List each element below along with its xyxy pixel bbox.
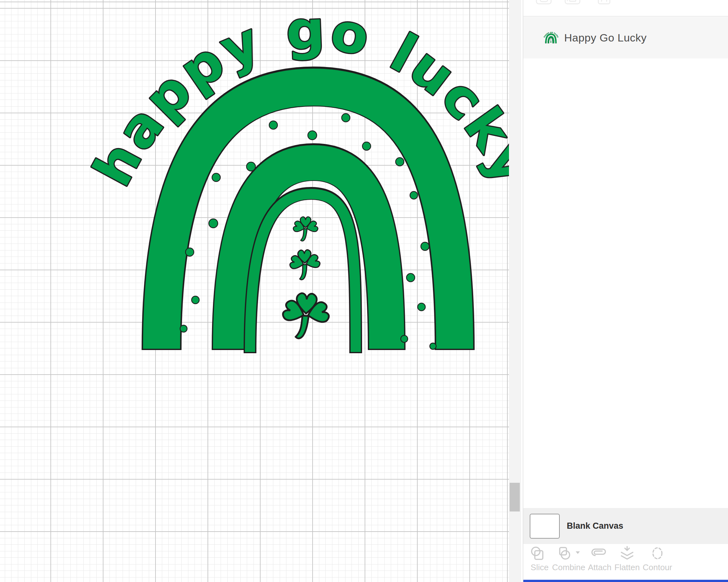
blank-canvas-label: Blank Canvas — [567, 521, 623, 531]
blank-canvas-swatch[interactable] — [530, 514, 560, 538]
rainbow-dot[interactable] — [396, 158, 404, 166]
layers-panel-header — [523, 0, 728, 13]
shamrock[interactable] — [280, 292, 331, 340]
slice-button[interactable]: Slice — [524, 546, 555, 573]
rainbow-dot[interactable] — [185, 248, 194, 256]
slice-icon — [529, 546, 550, 561]
rainbow-dot[interactable] — [401, 335, 408, 342]
design-canvas-grid[interactable]: happy go lucky — [0, 0, 509, 582]
trash-icon[interactable] — [598, 0, 610, 4]
vertical-scrollbar-track[interactable] — [509, 0, 521, 582]
shamrock[interactable] — [292, 217, 318, 241]
layers-toolbar: Slice Combine Attach — [523, 544, 728, 580]
cricut-design-space-window: happy go lucky — [0, 0, 728, 582]
rainbow-dot[interactable] — [410, 191, 418, 199]
rainbow-dot[interactable] — [430, 343, 436, 350]
rainbow-dot[interactable] — [308, 131, 317, 140]
combine-button[interactable]: Combine — [553, 546, 584, 573]
combine-icon — [555, 546, 583, 561]
layer-label: Happy Go Lucky — [564, 32, 647, 44]
rainbow-dot[interactable] — [246, 162, 255, 171]
shamrocks[interactable] — [280, 217, 331, 340]
attach-label: Attach — [588, 562, 612, 573]
rainbow-dot[interactable] — [342, 114, 350, 122]
canvas-artwork-svg: happy go lucky — [0, 0, 509, 582]
rainbow-dot[interactable] — [407, 273, 415, 282]
rainbow-dot[interactable] — [209, 219, 218, 228]
rainbow-dot[interactable] — [191, 296, 199, 304]
chevron-down-icon — [576, 551, 580, 554]
contour-button[interactable]: Contour — [642, 546, 673, 573]
flatten-icon — [617, 546, 637, 561]
vertical-scrollbar-thumb[interactable] — [510, 483, 520, 511]
layer-thumbnail-rainbow-icon — [543, 31, 559, 44]
rainbow-dot[interactable] — [362, 142, 371, 150]
attach-button[interactable]: Attach — [584, 546, 615, 573]
rainbow-dot[interactable] — [212, 173, 220, 182]
flatten-label: Flatten — [614, 562, 640, 573]
canvas-layer-row[interactable]: Blank Canvas — [523, 508, 728, 544]
layer-row-happy-go-lucky[interactable]: Happy Go Lucky — [523, 17, 728, 58]
rainbow-dot[interactable] — [418, 303, 425, 311]
contour-label: Contour — [643, 562, 672, 573]
flatten-button[interactable]: Flatten — [612, 546, 643, 573]
combine-label: Combine — [552, 562, 585, 573]
slice-label: Slice — [531, 562, 549, 573]
duplicate-icon[interactable] — [565, 0, 580, 4]
bottom-accent-bar — [523, 580, 728, 582]
panel-divider — [523, 16, 728, 17]
rainbow-dot[interactable] — [269, 121, 278, 129]
shamrock[interactable] — [288, 249, 321, 280]
rainbow-dot[interactable] — [180, 325, 187, 332]
layers-panel: Happy Go Lucky Blank Canvas Slice Com — [523, 0, 728, 582]
contour-icon — [647, 546, 668, 561]
attach-icon — [590, 546, 610, 561]
rainbow-dot[interactable] — [421, 242, 429, 250]
happy-go-lucky-design[interactable]: happy go lucky — [81, 0, 509, 353]
group-icon[interactable] — [537, 0, 551, 4]
